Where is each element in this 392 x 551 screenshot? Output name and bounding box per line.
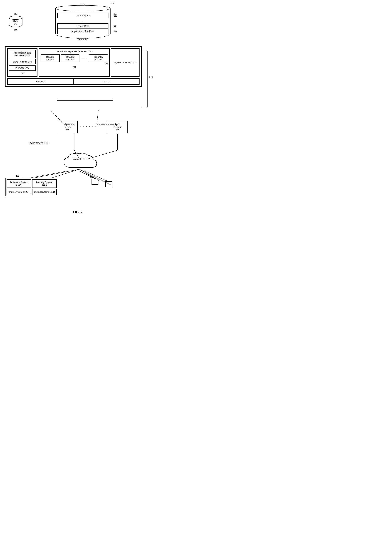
diagram-container: 2/3 122 123 212 Tenant Space · 214 Tenan…	[0, 0, 155, 216]
tenant-mgmt-title: Tenant Management Process 210	[41, 50, 108, 53]
tenantN-process: Tenant N Process	[89, 54, 108, 62]
label-116: 116	[149, 76, 153, 79]
tenant-data-row: Tenant Data	[57, 23, 108, 29]
app-server-1-id: 200₁	[61, 128, 74, 131]
tenant-db-label-122: 122	[110, 2, 114, 5]
left-col-118: Application Setup Mechanism 238 Save Rou…	[7, 48, 37, 77]
input-box: Input System 112C	[7, 189, 31, 195]
server-box: Application Setup Mechanism 238 Save Rou…	[5, 46, 142, 87]
app-metadata-row: Application MetaData	[57, 29, 108, 34]
tenant-mgmt-box: Tenant Management Process 210 Tenant 1 P…	[39, 48, 110, 77]
label-214: 214	[114, 25, 117, 27]
cloud-svg	[60, 152, 98, 171]
pl-soql: PL/SOQL 234	[9, 65, 36, 71]
client-device-2	[105, 181, 112, 187]
client-label-2: 112	[104, 179, 107, 182]
processor-box: Processor System 112A	[7, 179, 31, 188]
network-cloud: Network 114	[60, 152, 98, 171]
ui-bar: UI 230	[74, 79, 139, 84]
tenant-db-label: Tenant DB	[55, 38, 111, 41]
app-setup-mechanism: Application Setup Mechanism 238	[9, 50, 36, 58]
environment-label: Environment 110	[28, 142, 49, 145]
client-device-1	[91, 179, 98, 185]
tenant1-process: Tenant 1 Process	[41, 54, 60, 62]
label-216: 216	[114, 30, 117, 33]
label-128: 128	[41, 63, 108, 65]
svg-line-5	[97, 110, 98, 124]
svg-line-18	[30, 171, 67, 178]
app-server-1: Appl. Server 200₁	[57, 121, 78, 133]
save-routines: Save Routines 236	[9, 59, 36, 64]
left-col-id: 118	[9, 72, 36, 75]
system-process-box: System Process 202	[111, 48, 140, 77]
memory-box: Memory System 112B	[32, 179, 57, 188]
tenant-dots: . . . .	[80, 54, 88, 62]
tenant-db-section: 122 123 212 Tenant Space · 214 Tenant Da…	[55, 5, 114, 42]
network-label: Network 114	[60, 158, 98, 161]
label-204: 204	[41, 66, 108, 68]
sys-db-id-label: 124	[9, 13, 22, 15]
system-box-label: 112	[16, 175, 19, 177]
tenant2-process: Tenant 2 Process	[61, 54, 80, 62]
system-box: 112 Processor System 112A Memory System …	[5, 178, 58, 196]
tenant-space-row: Tenant Space	[57, 13, 108, 18]
app-server-N-id: 200ₙ	[111, 128, 124, 131]
client-label-1: 112	[90, 176, 93, 179]
sys-db-sub-label: 125	[9, 29, 22, 31]
dots-row: ·	[57, 19, 108, 23]
label-212b: 212	[114, 14, 117, 17]
sys-db-section: 124 Sys.DB 125	[9, 13, 22, 31]
app-server-N: Appl. Server 200ₙ	[107, 121, 128, 133]
sys-db-text: Sys.DB	[9, 20, 22, 26]
output-box: Output System 112D	[32, 189, 57, 195]
api-bar: API 232	[7, 79, 74, 84]
server-dots: . . . . . . . .	[80, 124, 102, 127]
fig-label: FIG. 2	[0, 210, 155, 214]
